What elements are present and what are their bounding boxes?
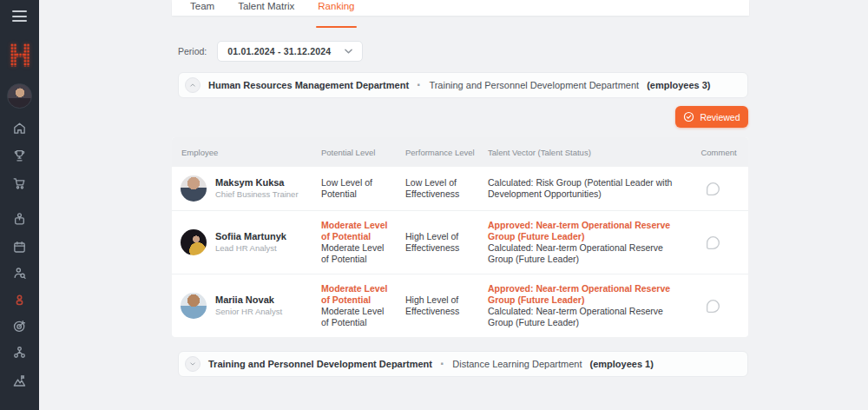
tab-ranking[interactable]: Ranking [318,0,354,16]
section-subtitle: Distance Learning Department [452,359,582,369]
mountain-icon[interactable] [12,374,27,388]
performance-level-cell: High Level of Effectiveness [405,294,488,317]
vacancy-icon[interactable] [12,212,27,227]
logo-h[interactable] [10,43,30,67]
reviewed-button-label: Reviewed [700,112,740,122]
talent-vector-cell: Approved: Near-term Operational Reserve … [488,283,689,328]
table-row: Mariia Novak Senior HR Analyst Moderate … [172,274,748,337]
app-root: Team Talent Matrix Ranking Period: 01.01… [0,0,868,410]
tab-bar: Team Talent Matrix Ranking [172,0,749,16]
reviewed-button[interactable]: Reviewed [675,106,748,128]
col-talent-vector: Talent Vector (Talent Status) [488,148,689,157]
section-employee-count: (employees 1) [589,359,653,369]
chevron-up-icon[interactable] [185,77,201,93]
table-row: Maksym Kuksa Chief Business Trainer Low … [172,167,748,211]
section-title: Training and Personnel Development Depar… [208,359,432,369]
section-dot: · [417,77,421,93]
user-avatar[interactable] [7,83,32,109]
section-dot: · [440,356,444,372]
period-dropdown[interactable]: 01.01.2024 - 31.12.2024 [217,41,363,62]
col-employee: Employee [172,148,321,157]
employee-name: Maksym Kuksa [215,177,299,188]
department-section-header-2[interactable]: Training and Personnel Development Depar… [178,351,748,377]
potential-level-cell: Moderate Level of Potential Moderate Lev… [321,283,405,328]
employee-role: Chief Business Trainer [215,189,299,201]
org-structure-icon[interactable] [12,345,27,360]
employee-avatar [181,175,207,202]
check-circle-icon [683,111,694,122]
employee-role: Lead HR Analyst [215,243,286,255]
comment-icon[interactable] [705,298,721,314]
cart-icon[interactable] [12,176,27,191]
department-section-header-1[interactable]: Human Resources Management Department · … [178,72,748,98]
section-subtitle: Training and Personnel Development Depar… [429,80,639,90]
person-search-icon[interactable] [12,266,27,281]
employee-avatar [181,229,207,255]
col-performance-level: Performance Level [405,148,488,157]
potential-level-cell: Low Level of Potential [321,177,405,200]
talent-vector-cell: Calculated: Risk Group (Potential Leader… [488,177,689,200]
table-header: Employee Potential Level Performance Lev… [172,137,748,167]
period-value: 01.01.2024 - 31.12.2024 [227,46,331,56]
tab-team[interactable]: Team [190,0,214,16]
chevron-down-icon[interactable] [185,356,201,372]
section-title: Human Resources Management Department [208,80,409,90]
tab-talent-matrix[interactable]: Talent Matrix [238,0,294,16]
table-row: Sofiia Martunyk Lead HR Analyst Moderate… [172,211,748,274]
menu-icon[interactable] [12,10,27,25]
col-potential-level: Potential Level [321,148,405,157]
employee-name: Mariia Novak [215,294,282,306]
employees-table: Employee Potential Level Performance Lev… [172,137,748,337]
calendar-icon[interactable] [12,240,27,255]
comment-icon[interactable] [705,235,721,251]
trophy-icon[interactable] [12,149,27,163]
potential-level-cell: Moderate Level of Potential Moderate Lev… [321,220,405,265]
col-comment: Comment [689,148,748,157]
performance-level-cell: High Level of Effectiveness [405,231,488,254]
sidebar [0,0,39,410]
employee-role: Senior HR Analyst [215,307,282,318]
talent-vector-cell: Approved: Near-term Operational Reserve … [488,220,689,265]
comment-icon[interactable] [705,181,721,197]
period-row: Period: 01.01.2024 - 31.12.2024 [178,41,363,62]
employee-avatar [181,293,207,319]
home-icon[interactable] [12,121,27,136]
performance-level-cell: Low Level of Effectiveness [405,177,488,200]
chevron-down-icon [345,49,352,54]
person-icon[interactable] [12,293,27,308]
section-employee-count: (employees 3) [647,80,710,90]
target-icon[interactable] [12,319,27,334]
period-label: Period: [178,46,207,56]
employee-name: Sofiia Martunyk [215,231,286,242]
